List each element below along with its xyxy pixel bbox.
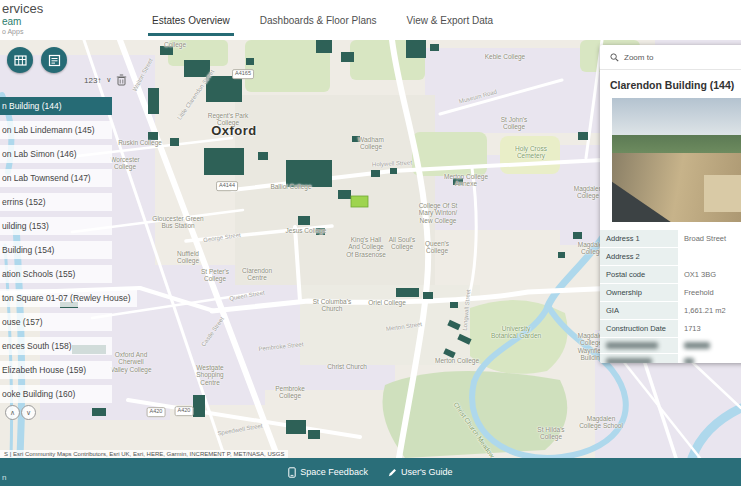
map-label: St Columba's Church — [313, 298, 351, 313]
attribute-row: GIA 1,661.21 m2 — [600, 302, 741, 319]
list-page-down-button[interactable]: ∨ — [21, 405, 36, 420]
nav-tabs: Estates OverviewDashboards & Floor Plans… — [152, 0, 493, 40]
table-tool-button[interactable] — [7, 47, 33, 73]
attribute-row: Construction Date 1713 — [600, 320, 741, 337]
map-label: St Peter's College — [201, 268, 229, 283]
map-label: Holywell Street — [372, 160, 412, 169]
map-label: Queen's College — [425, 240, 449, 255]
logo-line1: ervices — [2, 2, 43, 16]
attribute-label: GIA — [600, 302, 678, 319]
footer-bar: Space Feedback User's Guide n — [0, 458, 741, 486]
attribute-row: Address 1 Broad Street — [600, 230, 741, 247]
building-list-item[interactable]: on Lab Simon (146) — [0, 145, 112, 163]
building-list-item[interactable]: ton Square 01-07 (Rewley House) — [0, 289, 137, 307]
map-attribution: S | Esri Community Maps Contributors, Es… — [0, 450, 288, 458]
users-guide-link[interactable]: User's Guide — [388, 467, 453, 477]
map-label: Clarendon Centre — [242, 267, 272, 282]
logo-line3: o Apps — [2, 28, 43, 36]
building-photo — [612, 98, 741, 222]
nav-tab[interactable]: Dashboards & Floor Plans — [260, 0, 377, 40]
map-label: Christ Church — [327, 363, 367, 370]
attribute-row: Address 2 — [600, 248, 741, 265]
zoom-to-label: Zoom to — [624, 53, 653, 62]
attribute-value: 1,661.21 m2 — [678, 302, 741, 319]
building-list-item[interactable]: Elizabeth House (159) — [0, 361, 112, 379]
map-label: Oriel College — [368, 299, 406, 306]
map-label: Speedwell Street — [217, 423, 263, 438]
building-list-item[interactable]: Building (154) — [0, 241, 112, 259]
attribute-value: Freehold — [678, 284, 741, 301]
users-guide-label: User's Guide — [401, 467, 453, 477]
map-label: Magdalen College — [574, 185, 603, 200]
map-label: Holy Cross Cemetery — [515, 145, 547, 160]
attribute-value: 1713 — [678, 320, 741, 337]
attribute-value: OX1 3BG — [678, 266, 741, 283]
map-label: Walton Street — [131, 57, 154, 92]
attribute-value — [678, 338, 741, 353]
attribute-label: Ownership — [600, 284, 678, 301]
attribute-label — [600, 354, 678, 363]
map-label: Wadham College — [358, 136, 384, 151]
chevron-down-icon[interactable]: ∨ — [106, 76, 111, 84]
map-label: A420 — [175, 406, 194, 416]
map-label: A4165 — [232, 69, 254, 79]
map-label: St Hilda's College — [537, 426, 564, 441]
attribute-row — [600, 338, 741, 353]
logo-line2: eam — [2, 16, 43, 27]
space-feedback-link[interactable]: Space Feedback — [288, 467, 368, 478]
attribute-row: Ownership Freehold — [600, 284, 741, 301]
map-label: All Soul's College — [389, 236, 416, 251]
map-label: Balliol College — [270, 183, 311, 190]
map-label: Merton Street — [386, 321, 423, 333]
map-label: St John's College — [501, 116, 528, 131]
table-icon — [14, 54, 27, 67]
map-label: Museum Road — [458, 89, 497, 106]
attribute-label — [600, 338, 678, 353]
app-logo: ervices eam o Apps — [2, 2, 43, 36]
space-feedback-label: Space Feedback — [300, 467, 368, 477]
checklist-tool-button[interactable] — [41, 47, 67, 73]
sort-control[interactable]: 123↑ ∨ — [84, 74, 127, 86]
feature-popup: Zoom to Clarendon Building (144) Address… — [600, 45, 741, 363]
footer-left-fragment: n — [2, 473, 6, 482]
building-list: n Building (144)on Lab Lindemann (145)on… — [0, 97, 137, 403]
nav-tab[interactable]: Estates Overview — [152, 0, 230, 40]
building-list-item[interactable]: ences South (158) — [0, 337, 112, 355]
building-list-item[interactable]: ation Schools (155) — [0, 265, 112, 283]
map-label: Nuffield College — [177, 250, 199, 265]
nav-tab[interactable]: View & Export Data — [407, 0, 494, 40]
trash-icon[interactable] — [116, 74, 127, 86]
sort-label: 123↑ — [84, 76, 101, 85]
building-list-item[interactable]: on Lab Townsend (147) — [0, 169, 112, 187]
building-list-item[interactable]: on Lab Lindemann (145) — [0, 121, 112, 139]
map-label: Magdalen College School — [579, 415, 623, 430]
attribute-row: Postal code OX1 3BG — [600, 266, 741, 283]
map-label: Castle Street — [200, 316, 226, 348]
checklist-icon — [48, 54, 61, 67]
map-label: Queen Street — [229, 290, 265, 303]
map-label: College — [164, 41, 186, 48]
map-label: George Street — [203, 232, 241, 244]
building-list-item[interactable]: uilding (153) — [0, 217, 112, 235]
map-label: Pembroke College — [275, 385, 305, 400]
attribute-label: Address 1 — [600, 230, 678, 247]
popup-title: Clarendon Building (144) — [600, 70, 741, 98]
map-label: Westgate Shopping Centre — [196, 364, 223, 386]
map-label: Merton College Annexe — [444, 173, 488, 188]
building-list-item[interactable]: ooke Building (160) — [0, 385, 112, 403]
map-label: Oxford — [211, 124, 257, 139]
tablet-icon — [288, 467, 296, 478]
map-label: Gloucester Green Bus Station — [152, 215, 203, 230]
attribute-label: Address 2 — [600, 248, 678, 265]
list-page-up-button[interactable]: ∧ — [5, 405, 20, 420]
map-label: Merton College — [435, 357, 479, 364]
map-label: A4144 — [216, 181, 238, 191]
building-list-item[interactable]: n Building (144) — [0, 97, 112, 115]
map-label: University Botanical Garden — [491, 325, 541, 340]
attribute-label: Postal code — [600, 266, 678, 283]
building-list-item[interactable]: errins (152) — [0, 193, 112, 211]
attribute-table: Address 1 Broad Street Address 2 Postal … — [600, 222, 741, 363]
building-list-item[interactable]: ouse (157) — [0, 313, 112, 331]
map-label: King's Hall And College Of Brasenose — [346, 236, 386, 258]
zoom-to-button[interactable]: Zoom to — [600, 45, 741, 70]
